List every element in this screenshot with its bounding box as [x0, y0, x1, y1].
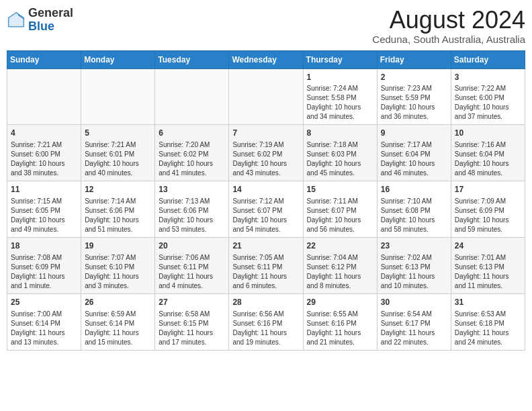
calendar-cell: 4Sunrise: 7:21 AM Sunset: 6:00 PM Daylig…	[7, 125, 81, 181]
day-number: 9	[381, 128, 447, 139]
day-number: 11	[11, 184, 77, 195]
day-info: Sunrise: 6:59 AM Sunset: 6:14 PM Dayligh…	[85, 310, 151, 347]
week-row-2: 4Sunrise: 7:21 AM Sunset: 6:00 PM Daylig…	[7, 125, 525, 181]
day-header-sunday: Sunday	[7, 50, 81, 68]
day-info: Sunrise: 6:53 AM Sunset: 6:18 PM Dayligh…	[455, 310, 521, 347]
day-info: Sunrise: 7:23 AM Sunset: 5:59 PM Dayligh…	[381, 84, 447, 122]
calendar-cell: 16Sunrise: 7:10 AM Sunset: 6:08 PM Dayli…	[377, 181, 451, 238]
day-number: 13	[159, 184, 225, 195]
calendar-cell: 5Sunrise: 7:21 AM Sunset: 6:01 PM Daylig…	[81, 125, 155, 181]
title-block: August 2024 Ceduna, South Australia, Aus…	[372, 7, 525, 45]
day-number: 26	[85, 297, 151, 308]
day-info: Sunrise: 6:55 AM Sunset: 6:16 PM Dayligh…	[307, 310, 373, 347]
calendar-header-row: SundayMondayTuesdayWednesdayThursdayFrid…	[7, 50, 525, 68]
calendar-cell: 2Sunrise: 7:23 AM Sunset: 5:59 PM Daylig…	[377, 68, 451, 125]
day-info: Sunrise: 7:21 AM Sunset: 6:01 PM Dayligh…	[85, 140, 151, 178]
calendar-cell: 10Sunrise: 7:16 AM Sunset: 6:04 PM Dayli…	[451, 125, 525, 181]
calendar-cell: 25Sunrise: 7:00 AM Sunset: 6:14 PM Dayli…	[7, 293, 81, 350]
calendar-cell: 14Sunrise: 7:12 AM Sunset: 6:07 PM Dayli…	[229, 181, 303, 238]
calendar-cell: 13Sunrise: 7:13 AM Sunset: 6:06 PM Dayli…	[155, 181, 229, 238]
day-info: Sunrise: 7:21 AM Sunset: 6:00 PM Dayligh…	[11, 140, 77, 178]
day-header-friday: Friday	[377, 50, 451, 68]
calendar-cell: 15Sunrise: 7:11 AM Sunset: 6:07 PM Dayli…	[303, 181, 377, 238]
calendar-cell: 30Sunrise: 6:54 AM Sunset: 6:17 PM Dayli…	[377, 293, 451, 350]
calendar-cell	[7, 68, 81, 125]
day-info: Sunrise: 7:00 AM Sunset: 6:14 PM Dayligh…	[11, 310, 77, 347]
day-header-saturday: Saturday	[451, 50, 525, 68]
calendar-cell: 22Sunrise: 7:04 AM Sunset: 6:12 PM Dayli…	[303, 237, 377, 293]
calendar-cell: 12Sunrise: 7:14 AM Sunset: 6:06 PM Dayli…	[81, 181, 155, 238]
month-title: August 2024	[372, 7, 525, 34]
day-number: 8	[307, 128, 373, 139]
calendar-table: SundayMondayTuesdayWednesdayThursdayFrid…	[7, 50, 525, 351]
location-subtitle: Ceduna, South Australia, Australia	[372, 34, 525, 45]
day-info: Sunrise: 6:56 AM Sunset: 6:16 PM Dayligh…	[232, 310, 299, 347]
day-info: Sunrise: 7:11 AM Sunset: 6:07 PM Dayligh…	[307, 197, 373, 234]
day-number: 19	[85, 240, 151, 252]
day-number: 27	[159, 297, 225, 308]
calendar-cell	[229, 68, 303, 125]
day-number: 15	[307, 184, 373, 195]
day-number: 28	[232, 297, 299, 308]
day-info: Sunrise: 7:10 AM Sunset: 6:08 PM Dayligh…	[381, 197, 447, 234]
day-info: Sunrise: 7:01 AM Sunset: 6:13 PM Dayligh…	[455, 253, 521, 291]
page-header: General Blue August 2024 Ceduna, South A…	[7, 7, 525, 45]
day-number: 2	[381, 72, 447, 83]
calendar-cell	[81, 68, 155, 125]
day-number: 23	[381, 240, 447, 252]
day-number: 5	[85, 128, 151, 139]
calendar-cell: 23Sunrise: 7:02 AM Sunset: 6:13 PM Dayli…	[377, 237, 451, 293]
day-info: Sunrise: 6:54 AM Sunset: 6:17 PM Dayligh…	[381, 310, 447, 347]
day-info: Sunrise: 7:17 AM Sunset: 6:04 PM Dayligh…	[381, 140, 447, 178]
day-number: 7	[232, 128, 299, 139]
calendar-cell: 28Sunrise: 6:56 AM Sunset: 6:16 PM Dayli…	[229, 293, 303, 350]
calendar-cell: 11Sunrise: 7:15 AM Sunset: 6:05 PM Dayli…	[7, 181, 81, 238]
day-number: 25	[11, 297, 77, 308]
day-number: 21	[232, 240, 299, 252]
day-number: 12	[85, 184, 151, 195]
calendar-cell: 17Sunrise: 7:09 AM Sunset: 6:09 PM Dayli…	[451, 181, 525, 238]
calendar-cell: 21Sunrise: 7:05 AM Sunset: 6:11 PM Dayli…	[229, 237, 303, 293]
day-info: Sunrise: 7:18 AM Sunset: 6:03 PM Dayligh…	[307, 140, 373, 178]
week-row-5: 25Sunrise: 7:00 AM Sunset: 6:14 PM Dayli…	[7, 293, 525, 350]
calendar-cell: 26Sunrise: 6:59 AM Sunset: 6:14 PM Dayli…	[81, 293, 155, 350]
day-info: Sunrise: 7:02 AM Sunset: 6:13 PM Dayligh…	[381, 253, 447, 291]
day-info: Sunrise: 7:09 AM Sunset: 6:09 PM Dayligh…	[455, 197, 521, 234]
day-info: Sunrise: 7:05 AM Sunset: 6:11 PM Dayligh…	[232, 253, 299, 291]
day-info: Sunrise: 7:12 AM Sunset: 6:07 PM Dayligh…	[232, 197, 299, 234]
day-number: 24	[455, 240, 521, 252]
day-info: Sunrise: 7:07 AM Sunset: 6:10 PM Dayligh…	[85, 253, 151, 291]
day-number: 20	[159, 240, 225, 252]
day-number: 4	[11, 128, 77, 139]
day-number: 30	[381, 297, 447, 308]
week-row-4: 18Sunrise: 7:08 AM Sunset: 6:09 PM Dayli…	[7, 237, 525, 293]
day-number: 1	[307, 72, 373, 83]
calendar-cell: 19Sunrise: 7:07 AM Sunset: 6:10 PM Dayli…	[81, 237, 155, 293]
day-info: Sunrise: 7:16 AM Sunset: 6:04 PM Dayligh…	[455, 140, 521, 178]
calendar-cell: 7Sunrise: 7:19 AM Sunset: 6:02 PM Daylig…	[229, 125, 303, 181]
week-row-1: 1Sunrise: 7:24 AM Sunset: 5:58 PM Daylig…	[7, 68, 525, 125]
calendar-cell	[155, 68, 229, 125]
logo-icon	[7, 11, 26, 30]
day-info: Sunrise: 7:19 AM Sunset: 6:02 PM Dayligh…	[232, 140, 299, 178]
day-number: 14	[232, 184, 299, 195]
calendar-cell: 20Sunrise: 7:06 AM Sunset: 6:11 PM Dayli…	[155, 237, 229, 293]
day-number: 17	[455, 184, 521, 195]
day-number: 22	[307, 240, 373, 252]
day-info: Sunrise: 7:22 AM Sunset: 6:00 PM Dayligh…	[455, 84, 521, 122]
calendar-cell: 27Sunrise: 6:58 AM Sunset: 6:15 PM Dayli…	[155, 293, 229, 350]
day-number: 18	[11, 240, 77, 252]
day-info: Sunrise: 7:08 AM Sunset: 6:09 PM Dayligh…	[11, 253, 77, 291]
day-info: Sunrise: 7:20 AM Sunset: 6:02 PM Dayligh…	[159, 140, 225, 178]
day-info: Sunrise: 7:04 AM Sunset: 6:12 PM Dayligh…	[307, 253, 373, 291]
calendar-cell: 6Sunrise: 7:20 AM Sunset: 6:02 PM Daylig…	[155, 125, 229, 181]
day-info: Sunrise: 7:24 AM Sunset: 5:58 PM Dayligh…	[307, 84, 373, 122]
day-info: Sunrise: 6:58 AM Sunset: 6:15 PM Dayligh…	[159, 310, 225, 347]
calendar-cell: 24Sunrise: 7:01 AM Sunset: 6:13 PM Dayli…	[451, 237, 525, 293]
calendar-cell: 9Sunrise: 7:17 AM Sunset: 6:04 PM Daylig…	[377, 125, 451, 181]
day-number: 29	[307, 297, 373, 308]
day-number: 16	[381, 184, 447, 195]
calendar-cell: 31Sunrise: 6:53 AM Sunset: 6:18 PM Dayli…	[451, 293, 525, 350]
day-info: Sunrise: 7:13 AM Sunset: 6:06 PM Dayligh…	[159, 197, 225, 234]
logo: General Blue	[7, 7, 73, 34]
